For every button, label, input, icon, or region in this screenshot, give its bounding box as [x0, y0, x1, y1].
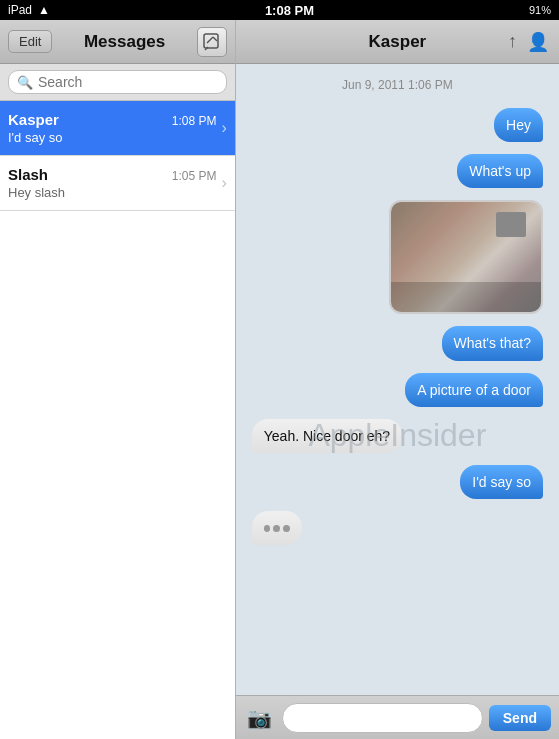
conv-name: Kasper	[8, 111, 59, 128]
header-actions: ↑ 👤	[508, 31, 549, 53]
send-button[interactable]: Send	[489, 705, 551, 731]
message-bubble: I'd say so	[460, 465, 543, 499]
compose-icon	[203, 33, 221, 51]
svg-rect-0	[204, 34, 218, 48]
typing-dot	[283, 525, 290, 532]
conv-time: 1:05 PM	[172, 169, 217, 183]
conv-preview: I'd say so	[8, 130, 216, 145]
message-row: What's that?	[252, 326, 543, 360]
battery-label: 91%	[529, 4, 551, 16]
status-right: 91%	[529, 4, 551, 16]
search-input-wrap: 🔍	[8, 70, 227, 94]
conv-content: Slash 1:05 PM Hey slash	[8, 166, 216, 200]
search-input[interactable]	[38, 74, 218, 90]
conv-top: Slash 1:05 PM	[8, 166, 216, 183]
left-header: Edit Messages	[0, 20, 235, 64]
input-area: 📷 Send	[236, 695, 559, 739]
conv-name: Slash	[8, 166, 48, 183]
conv-content: Kasper 1:08 PM I'd say so	[8, 111, 216, 145]
conversation-item-kasper[interactable]: Kasper 1:08 PM I'd say so ›	[0, 101, 235, 156]
share-button[interactable]: ↑	[508, 31, 517, 52]
conv-top: Kasper 1:08 PM	[8, 111, 216, 128]
search-icon: 🔍	[17, 75, 33, 90]
contact-button[interactable]: 👤	[527, 31, 549, 53]
conversation-list[interactable]: Kasper 1:08 PM I'd say so › Slash 1:05 P…	[0, 101, 235, 739]
message-input[interactable]	[282, 703, 483, 733]
message-row: I'd say so	[252, 465, 543, 499]
message-bubble: A picture of a door	[405, 373, 543, 407]
svg-line-3	[207, 37, 213, 43]
typing-indicator	[252, 511, 302, 545]
message-row: Hey	[252, 108, 543, 142]
typing-row	[252, 511, 543, 545]
svg-line-2	[213, 37, 217, 41]
message-bubble: Yeah. Nice door eh?	[252, 419, 402, 453]
edit-button[interactable]: Edit	[8, 30, 52, 53]
chat-area: Jun 9, 2011 1:06 PM Hey What's up	[236, 64, 559, 695]
chevron-icon: ›	[221, 174, 226, 192]
typing-dot	[273, 525, 280, 532]
status-time: 1:08 PM	[265, 3, 314, 18]
camera-button[interactable]: 📷	[244, 702, 276, 734]
conv-time: 1:08 PM	[172, 114, 217, 128]
image-bubble	[389, 200, 543, 314]
status-left: iPad ▲	[8, 3, 50, 17]
ipad-label: iPad	[8, 3, 32, 17]
status-bar: iPad ▲ 1:08 PM 91%	[0, 0, 559, 20]
messages-title: Messages	[84, 32, 165, 52]
conversation-item-slash[interactable]: Slash 1:05 PM Hey slash ›	[0, 156, 235, 211]
compose-button[interactable]	[197, 27, 227, 57]
typing-dot	[264, 525, 271, 532]
search-bar: 🔍	[0, 64, 235, 101]
message-row: Yeah. Nice door eh?	[252, 419, 543, 453]
chevron-icon: ›	[221, 119, 226, 137]
right-title: Kasper	[369, 32, 427, 52]
message-row: What's up	[252, 154, 543, 188]
right-header: Kasper ↑ 👤	[236, 20, 559, 64]
conv-preview: Hey slash	[8, 185, 216, 200]
wifi-icon: ▲	[38, 3, 50, 17]
message-row-image	[252, 200, 543, 314]
room-image	[391, 202, 541, 312]
message-bubble: What's that?	[442, 326, 543, 360]
left-panel: Edit Messages 🔍	[0, 20, 236, 739]
main-container: Edit Messages 🔍	[0, 20, 559, 739]
right-panel: Kasper ↑ 👤 Jun 9, 2011 1:06 PM Hey What'…	[236, 20, 559, 739]
message-bubble: Hey	[494, 108, 543, 142]
message-bubble: What's up	[457, 154, 543, 188]
timestamp-label: Jun 9, 2011 1:06 PM	[252, 78, 543, 92]
chat-content: Jun 9, 2011 1:06 PM Hey What's up	[236, 64, 559, 739]
message-row: A picture of a door	[252, 373, 543, 407]
